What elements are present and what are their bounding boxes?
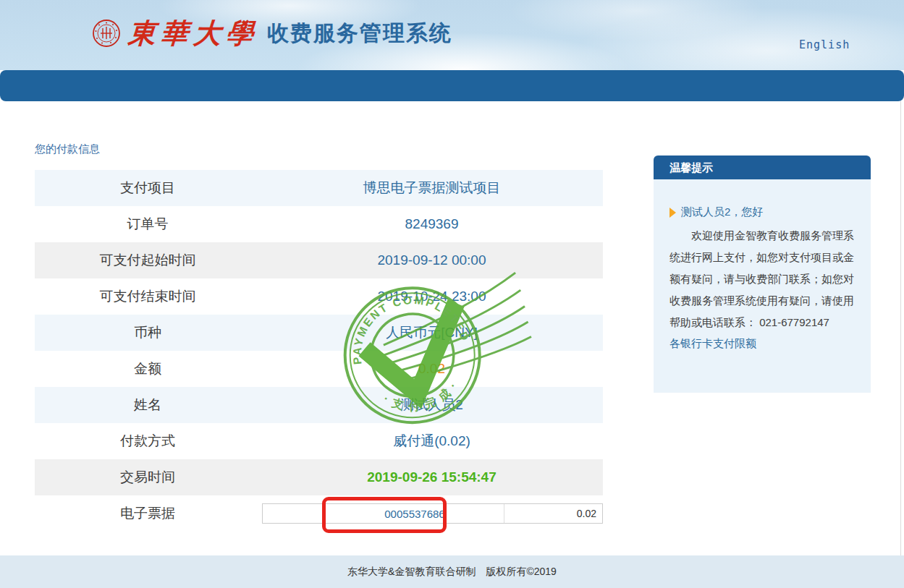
invoice-amount: 0.02 [504,504,602,523]
header-banner: 東華大學 收费服务管理系统 English [0,0,904,70]
row-value: 0.02 [261,361,603,377]
payment-result-page: 東華大學 收费服务管理系统 English 您的付款信息 支付项目 博思电子票据… [0,0,904,588]
table-row: 付款方式 威付通(0.02) [35,423,603,459]
row-value: 人民币元[CNY] [261,323,603,342]
row-label: 付款方式 [35,432,261,451]
row-label: 金额 [35,359,261,378]
invoice-inner-table: 0005537686 0.02 [262,503,603,524]
table-row: 金额 0.02 [35,351,603,387]
row-label: 支付项目 [35,179,261,197]
table-row: 订单号 8249369 [35,206,603,242]
welcome-message: 欢迎使用金智教育收费服务管理系统进行网上支付，如您对支付项目或金额有疑问，请与收… [669,225,856,333]
row-value: 测试人员2 [261,396,603,414]
invoice-number-link[interactable]: 0005537686 [326,504,504,523]
payment-info-table: 支付项目 博思电子票据测试项目 订单号 8249369 可支付起始时间 2019… [35,170,603,532]
row-value: 博思电子票据测试项目 [261,179,603,197]
arrow-right-icon [669,208,676,218]
greeting-text: 测试人员2，您好 [681,205,763,219]
row-label: 订单号 [35,215,261,234]
invoice-empty-cell [263,504,326,523]
row-label: 币种 [35,323,261,342]
footer-copyright: 东华大学&金智教育联合研制 版权所有©2019 [0,555,904,588]
row-value: 8249369 [261,216,603,232]
row-label: 交易时间 [35,468,261,487]
university-name: 東華大學 [127,15,260,52]
user-greeting: 测试人员2，您好 [669,205,856,219]
right-divider [900,101,901,555]
row-value: 威付通(0.02) [261,432,603,451]
transaction-time-value: 2019-09-26 15:54:47 [261,469,603,485]
invoice-row: 电子票据 0005537686 0.02 [35,495,603,532]
bank-card-limit-link[interactable]: 各银行卡支付限额 [669,337,756,351]
table-row: 姓名 测试人员2 [35,387,603,423]
row-value: 2019-09-12 00:00 [261,252,603,268]
row-label: 可支付起始时间 [35,251,261,270]
row-label: 姓名 [35,396,261,414]
row-label: 电子票据 [35,504,261,523]
main-navbar [0,70,904,101]
system-title: 收费服务管理系统 [267,19,452,48]
row-value: 2019-10-24 23:00 [261,289,603,304]
university-seal-icon [92,19,121,48]
table-row: 支付项目 博思电子票据测试项目 [35,170,603,206]
table-row: 可支付起始时间 2019-09-12 00:00 [35,242,603,278]
row-label: 可支付结束时间 [35,287,261,306]
table-row: 币种 人民币元[CNY] [35,315,603,351]
logo-row: 東華大學 收费服务管理系统 [92,12,452,55]
tips-panel-header: 温馨提示 [654,155,871,179]
tips-panel-body: 测试人员2，您好 欢迎使用金智教育收费服务管理系统进行网上支付，如您对支付项目或… [654,179,871,393]
table-row: 交易时间 2019-09-26 15:54:47 [35,459,603,495]
table-row: 可支付结束时间 2019-10-24 23:00 [35,278,603,315]
english-language-link[interactable]: English [799,38,850,51]
payment-section-title: 您的付款信息 [35,142,100,156]
